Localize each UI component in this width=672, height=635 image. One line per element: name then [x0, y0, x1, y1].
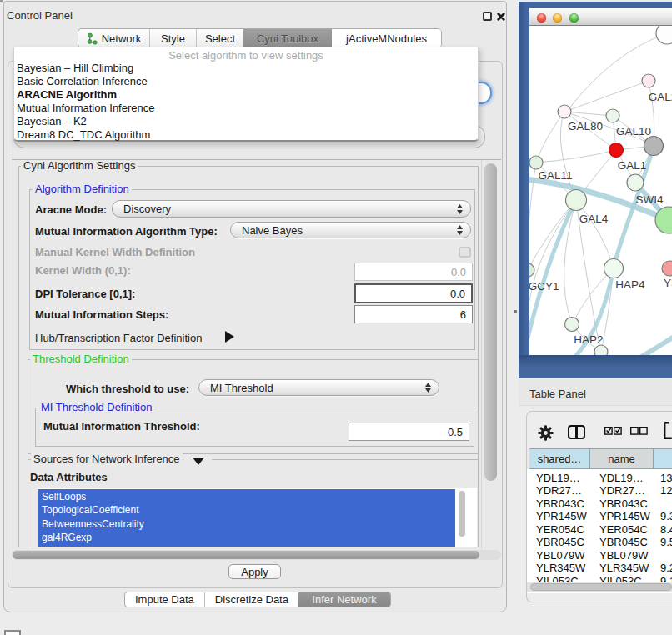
- svg-text:SWI4: SWI4: [635, 193, 663, 206]
- svg-text:GAL4: GAL4: [579, 212, 609, 225]
- svg-text:YM: YM: [664, 277, 672, 289]
- svg-text:GAL80: GAL80: [568, 120, 603, 132]
- svg-text:GAL1: GAL1: [618, 159, 647, 172]
- svg-text:HAP4: HAP4: [615, 278, 645, 291]
- svg-text:GAL2: GAL2: [649, 91, 672, 103]
- svg-text:GAL11: GAL11: [538, 169, 572, 182]
- svg-text:GCY1: GCY1: [529, 280, 559, 292]
- svg-text:HAP2: HAP2: [574, 333, 603, 346]
- svg-text:GAL10: GAL10: [616, 125, 651, 138]
